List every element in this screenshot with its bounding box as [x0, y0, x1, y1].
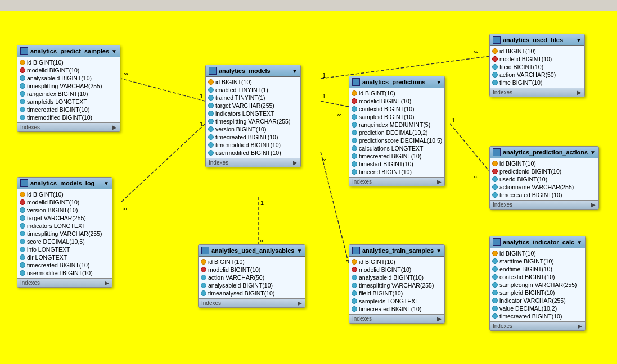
field-row: timestart BIGINT(10) [349, 160, 444, 168]
field-row: id BIGINT(10) [490, 160, 598, 167]
table-dropdown-analytics_prediction_actions[interactable]: ▼ [590, 149, 596, 156]
field-row: sampleids LONGTEXT [17, 98, 120, 106]
field-row: calculations LONGTEXT [349, 144, 444, 152]
field-text: userid BIGINT(10) [499, 176, 547, 183]
field-row: sampleids LONGTEXT [349, 297, 444, 305]
field-row: time BIGINT(10) [490, 79, 584, 87]
field-text: timecreated BIGINT(10) [27, 262, 89, 269]
field-icon-field [352, 153, 357, 159]
table-footer-analytics_predictions[interactable]: Indexes▶ [349, 177, 444, 186]
table-footer-analytics_models[interactable]: Indexes▶ [206, 158, 300, 167]
table-footer-analytics_used_files[interactable]: Indexes▶ [490, 88, 584, 97]
field-row: rangeindex MEDIUMINT(5) [349, 121, 444, 129]
footer-arrow[interactable]: ▶ [105, 280, 109, 286]
table-footer-analytics_prediction_actions[interactable]: Indexes▶ [490, 200, 598, 209]
field-text: modelid BIGINT(10) [499, 56, 552, 62]
field-text: sampleid BIGINT(10) [499, 289, 555, 296]
table-dropdown-analytics_predict_samples[interactable]: ▼ [111, 48, 117, 54]
table-dropdown-analytics_used_files[interactable]: ▼ [576, 37, 582, 43]
field-row: indicators LONGTEXT [17, 222, 112, 230]
field-icon-field [492, 266, 498, 272]
field-row: rangeindex BIGINT(10) [17, 90, 120, 98]
svg-line-12 [321, 56, 489, 79]
table-icon-analytics_predict_samples [20, 47, 28, 55]
field-icon-field [492, 72, 498, 78]
footer-arrow[interactable]: ▶ [591, 202, 596, 208]
svg-line-0 [121, 79, 205, 101]
field-text: timecreated BIGINT(10) [215, 134, 278, 140]
table-dropdown-analytics_used_analysables[interactable]: ▼ [296, 248, 302, 254]
table-dropdown-analytics_models_log[interactable]: ▼ [103, 180, 109, 186]
field-row: action VARCHAR(50) [199, 274, 305, 281]
field-icon-fk [20, 199, 25, 205]
footer-arrow[interactable]: ▶ [298, 300, 302, 306]
table-body-analytics_models: id BIGINT(10)enabled TINYINT(1)trained T… [206, 77, 300, 158]
table-name-analytics_used_analysables: analytics_used_analysables [211, 247, 294, 254]
field-row: value DECIMAL(10,2) [490, 304, 585, 312]
table-footer-analytics_train_samples[interactable]: Indexes▶ [349, 314, 444, 323]
footer-arrow[interactable]: ▶ [293, 160, 298, 166]
table-header-analytics_models_log: analytics_models_log▼ [17, 178, 112, 189]
field-text: modelid BIGINT(10) [27, 199, 79, 206]
table-footer-analytics_indicator_calc[interactable]: Indexes▶ [490, 321, 585, 330]
table-icon-analytics_indicator_calc [493, 238, 501, 246]
field-text: info LONGTEXT [27, 246, 70, 253]
field-icon-key [492, 161, 498, 166]
canvas: ∞ 1 ∞ 1 1 ∞ 1 ∞ ∞ 1 1 ∞ ∞ ∞ analytics_pr… [0, 11, 617, 364]
table-footer-analytics_models_log[interactable]: Indexes▶ [17, 278, 112, 287]
table-dropdown-analytics_train_samples[interactable]: ▼ [436, 248, 442, 254]
footer-arrow[interactable]: ▶ [578, 323, 582, 329]
field-icon-field [492, 64, 498, 70]
field-text: score DECIMAL(10,5) [27, 238, 85, 245]
field-text: id BIGINT(10) [215, 79, 252, 85]
footer-arrow[interactable]: ▶ [112, 124, 117, 130]
table-name-analytics_indicator_calc: analytics_indicator_calc [503, 239, 574, 245]
field-row: timecreated BIGINT(10) [206, 133, 300, 141]
table-name-analytics_prediction_actions: analytics_prediction_actions [503, 149, 588, 156]
field-row: score DECIMAL(10,5) [17, 238, 112, 245]
field-icon-key [208, 79, 214, 85]
field-text: modelid BIGINT(10) [27, 67, 79, 74]
field-row: modelid BIGINT(10) [349, 266, 444, 274]
field-icon-field [352, 114, 357, 120]
table-dropdown-analytics_models[interactable]: ▼ [292, 68, 298, 74]
field-row: timecreated BIGINT(10) [349, 152, 444, 160]
field-text: timemodified BIGINT(10) [215, 142, 281, 148]
svg-text:∞: ∞ [322, 156, 327, 163]
table-footer-analytics_predict_samples[interactable]: Indexes▶ [17, 122, 120, 131]
footer-arrow[interactable]: ▶ [437, 179, 442, 185]
field-text: time BIGINT(10) [499, 79, 542, 86]
table-dropdown-analytics_indicator_calc[interactable]: ▼ [577, 239, 582, 245]
field-row: id BIGINT(10) [349, 89, 444, 97]
table-body-analytics_predictions: id BIGINT(10)modelid BIGINT(10)contextid… [349, 88, 444, 177]
field-icon-field [352, 145, 357, 151]
field-icon-field [352, 275, 357, 280]
table-header-analytics_train_samples: analytics_train_samples▼ [349, 245, 444, 257]
field-row: usermodified BIGINT(10) [206, 149, 300, 157]
table-dropdown-analytics_predictions[interactable]: ▼ [436, 79, 442, 85]
table-footer-analytics_used_analysables[interactable]: Indexes▶ [199, 298, 305, 307]
field-icon-field [208, 119, 214, 124]
field-text: action VARCHAR(50) [208, 274, 264, 281]
field-row: fileid BIGINT(10) [349, 289, 444, 297]
field-row: timesplitting VARCHAR(255) [17, 230, 112, 238]
field-text: id BIGINT(10) [499, 48, 536, 54]
indexes-label: Indexes [493, 323, 512, 329]
footer-arrow[interactable]: ▶ [437, 316, 442, 322]
field-text: prediction DECIMAL(10,2) [359, 129, 428, 136]
field-icon-key [20, 60, 25, 65]
field-text: sampleorigin VARCHAR(255) [499, 281, 577, 288]
field-text: timecreated BIGINT(10) [499, 192, 562, 198]
field-text: timemodified BIGINT(10) [27, 114, 92, 121]
field-row: modelid BIGINT(10) [17, 66, 120, 74]
field-row: contextid BIGINT(10) [490, 273, 585, 281]
field-icon-field [20, 91, 25, 97]
field-icon-fk [492, 169, 498, 174]
field-text: analysableid BIGINT(10) [359, 274, 424, 281]
field-row: target VARCHAR(255) [17, 214, 112, 222]
field-text: target VARCHAR(255) [27, 215, 86, 221]
footer-arrow[interactable]: ▶ [577, 89, 582, 95]
field-icon-field [208, 87, 214, 93]
indexes-label: Indexes [352, 316, 372, 322]
field-text: indicators LONGTEXT [215, 110, 274, 117]
